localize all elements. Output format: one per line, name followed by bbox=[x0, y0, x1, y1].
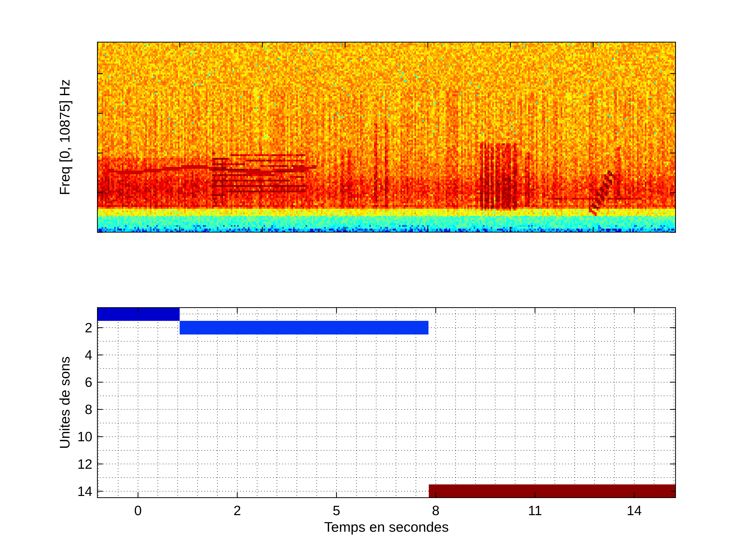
x-tick-label-11: 11 bbox=[528, 503, 542, 518]
x-tick-label-5: 5 bbox=[333, 503, 340, 518]
units-chart: 025811142468101214 bbox=[97, 307, 676, 498]
y-tick-label-12: 12 bbox=[77, 457, 92, 472]
y-tick-label-8: 8 bbox=[85, 402, 92, 417]
unit-bar-14 bbox=[429, 484, 676, 498]
units-ylabel: Unites de sons bbox=[56, 356, 73, 449]
x-tick-label-0: 0 bbox=[134, 503, 142, 518]
x-tick-label-14: 14 bbox=[627, 503, 642, 518]
y-tick-label-10: 10 bbox=[77, 429, 92, 444]
axes-frame bbox=[98, 42, 676, 232]
matlab-figure: Freq [0, 10875] Hz Unites de sons 025811… bbox=[0, 0, 747, 560]
x-tick-label-8: 8 bbox=[432, 503, 440, 518]
tick-marks bbox=[97, 307, 676, 498]
y-tick-label-4: 4 bbox=[85, 347, 92, 363]
unit-bar-2 bbox=[180, 321, 429, 335]
y-tick-label-2: 2 bbox=[85, 320, 92, 335]
spectrogram-axes-frame bbox=[97, 42, 676, 233]
y-tick-label-6: 6 bbox=[85, 375, 92, 390]
time-xlabel: Temps en secondes bbox=[97, 519, 676, 535]
x-tick-label-2: 2 bbox=[233, 503, 241, 518]
axes-frame bbox=[98, 308, 676, 498]
spectrogram-ylabel: Freq [0, 10875] Hz bbox=[56, 79, 73, 195]
unit-bars bbox=[97, 307, 676, 498]
grid bbox=[97, 307, 676, 498]
spectrogram-tick-marks bbox=[97, 42, 676, 233]
y-tick-label-14: 14 bbox=[77, 484, 92, 499]
